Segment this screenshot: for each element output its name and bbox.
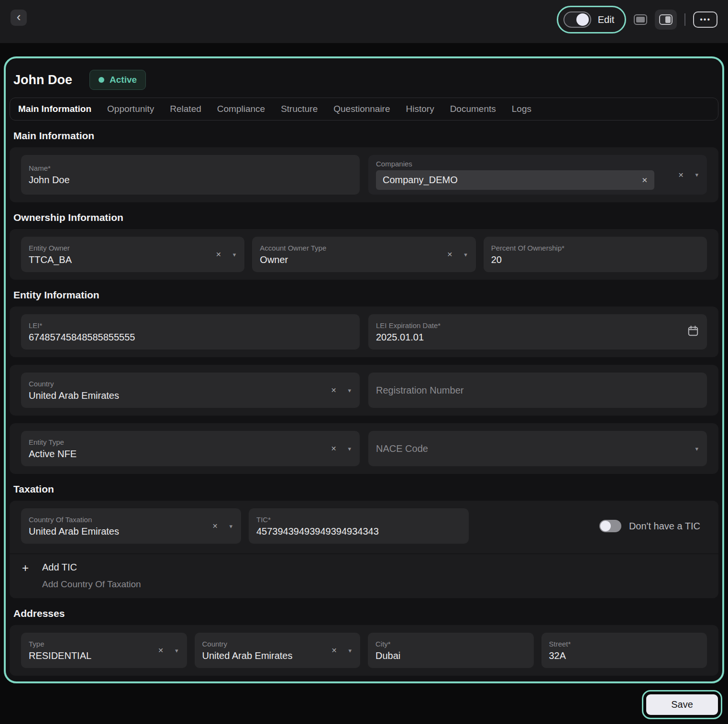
chevron-down-icon[interactable]: ▾ — [695, 445, 698, 452]
addresses-row: Type RESIDENTIAL ✕ ▾ Country United Arab… — [10, 625, 718, 676]
lei-expiration-value: 2025.01.01 — [376, 332, 699, 343]
nace-code-field[interactable]: NACE Code ▾ — [368, 431, 707, 466]
no-tic-toggle[interactable] — [599, 520, 621, 532]
lei-expiration-date-field[interactable]: LEI Expiration Date* 2025.01.01 — [368, 314, 707, 350]
name-field[interactable]: Name* John Doe — [21, 155, 360, 195]
chip-remove-icon[interactable]: ✕ — [641, 176, 648, 185]
edit-toggle-label: Edit — [598, 14, 614, 25]
ellipsis-icon: ••• — [700, 15, 711, 24]
tab-related[interactable]: Related — [170, 104, 201, 114]
entity-type-label: Entity Type — [29, 438, 312, 446]
account-owner-type-label: Account Owner Type — [260, 244, 428, 252]
chevron-down-icon[interactable]: ▾ — [233, 251, 236, 258]
chevron-down-icon[interactable]: ▾ — [348, 445, 351, 452]
entity-row-lei: LEI* 67485745848585855555 LEI Expiration… — [10, 307, 718, 357]
single-view-button[interactable] — [634, 14, 647, 25]
lei-field[interactable]: LEI* 67485745848585855555 — [21, 314, 360, 350]
clear-icon[interactable]: ✕ — [447, 251, 452, 258]
tic-label: TIC* — [256, 516, 461, 524]
address-street-field[interactable]: Street* 32A — [541, 633, 707, 668]
add-country-of-taxation-button[interactable]: Add Country Of Taxation — [42, 579, 141, 590]
address-type-field[interactable]: Type RESIDENTIAL ✕ ▾ — [21, 633, 187, 668]
chevron-down-icon[interactable]: ▾ — [695, 171, 698, 178]
entity-owner-field[interactable]: Entity Owner TTCA_BA ✕ ▾ — [21, 237, 244, 272]
tab-history[interactable]: History — [406, 104, 434, 114]
percent-of-ownership-field[interactable]: Percent Of Ownership* 20 — [484, 237, 707, 272]
record-header: John Doe Active — [10, 64, 718, 98]
entity-row-type: Entity Type Active NFE ✕ ▾ NACE Code ▾ — [10, 423, 718, 474]
clear-icon[interactable]: ✕ — [158, 647, 164, 654]
clear-icon[interactable]: ✕ — [216, 251, 221, 258]
clear-icon[interactable]: ✕ — [331, 647, 337, 654]
entity-owner-label: Entity Owner — [29, 244, 197, 252]
split-view-button[interactable] — [655, 10, 677, 30]
tab-questionnaire[interactable]: Questionnaire — [333, 104, 390, 114]
clear-icon[interactable]: ✕ — [331, 445, 337, 452]
entity-row-country: Country United Arab Emirates ✕ ▾ Registr… — [10, 365, 718, 416]
country-label: Country — [29, 380, 312, 388]
lei-label: LEI* — [29, 321, 352, 329]
section-heading-taxation: Taxation — [13, 483, 715, 495]
country-of-taxation-value: United Arab Emirates — [29, 526, 193, 537]
address-country-field[interactable]: Country United Arab Emirates ✕ ▾ — [195, 633, 361, 668]
tic-value: 45739439493949394934343 — [256, 526, 461, 537]
calendar-icon[interactable] — [687, 325, 699, 339]
tab-documents[interactable]: Documents — [450, 104, 496, 114]
address-city-field[interactable]: City* Dubai — [368, 633, 534, 668]
address-country-label: Country — [202, 640, 313, 648]
clear-icon[interactable]: ✕ — [212, 522, 218, 530]
main-information-row: Name* John Doe Companies Company_DEMO ✕ … — [10, 147, 718, 202]
top-bar: ‹ Edit ••• — [0, 0, 728, 43]
section-heading-addresses: Addresses — [13, 608, 715, 619]
tab-opportunity[interactable]: Opportunity — [107, 104, 154, 114]
record-panel: John Doe Active Main Information Opportu… — [4, 56, 724, 683]
address-street-label: Street* — [549, 640, 700, 648]
split-view-icon — [659, 14, 673, 25]
section-heading-ownership: Ownership Information — [13, 212, 715, 223]
edit-toggle[interactable] — [563, 11, 591, 28]
entity-type-value: Active NFE — [29, 449, 312, 460]
chevron-down-icon[interactable]: ▾ — [348, 647, 352, 654]
clear-icon[interactable]: ✕ — [678, 171, 684, 179]
tab-main-information[interactable]: Main Information — [18, 104, 91, 114]
account-owner-type-field[interactable]: Account Owner Type Owner ✕ ▾ — [252, 237, 475, 272]
add-tic-button[interactable]: Add TIC — [42, 562, 141, 573]
tic-field[interactable]: TIC* 45739439493949394934343 — [249, 508, 469, 544]
registration-number-placeholder: Registration Number — [376, 385, 699, 396]
edit-toggle-group[interactable]: Edit — [557, 6, 626, 33]
section-heading-main-information: Main Information — [13, 130, 715, 142]
entity-type-field[interactable]: Entity Type Active NFE ✕ ▾ — [21, 431, 360, 466]
company-chip[interactable]: Company_DEMO ✕ — [376, 170, 654, 190]
address-type-label: Type — [29, 640, 139, 648]
back-button[interactable]: ‹ — [11, 10, 27, 26]
toolbar-divider — [684, 13, 685, 26]
taxation-row: Country Of Taxation United Arab Emirates… — [10, 501, 718, 598]
chevron-down-icon[interactable]: ▾ — [464, 251, 467, 258]
save-button[interactable]: Save — [646, 694, 718, 715]
entity-owner-value: TTCA_BA — [29, 254, 197, 265]
clear-icon[interactable]: ✕ — [331, 386, 337, 394]
chevron-down-icon[interactable]: ▾ — [229, 523, 232, 530]
nace-code-placeholder: NACE Code — [376, 443, 659, 454]
address-city-value: Dubai — [375, 650, 526, 661]
toggle-knob — [600, 521, 611, 531]
country-of-taxation-field[interactable]: Country Of Taxation United Arab Emirates… — [21, 508, 241, 544]
registration-number-field[interactable]: Registration Number — [368, 373, 707, 408]
companies-field[interactable]: Companies Company_DEMO ✕ ✕ ▾ — [368, 155, 707, 195]
chevron-down-icon[interactable]: ▾ — [175, 647, 178, 654]
chevron-down-icon[interactable]: ▾ — [348, 387, 351, 394]
tab-structure[interactable]: Structure — [281, 104, 318, 114]
more-options-button[interactable]: ••• — [693, 11, 717, 28]
tab-logs[interactable]: Logs — [512, 104, 531, 114]
status-badge: Active — [89, 70, 146, 90]
address-type-value: RESIDENTIAL — [29, 650, 139, 661]
companies-field-label: Companies — [376, 160, 654, 168]
filled-panel-icon — [634, 14, 647, 25]
save-button-highlight: Save — [642, 690, 722, 719]
tab-compliance[interactable]: Compliance — [217, 104, 265, 114]
percent-of-ownership-label: Percent Of Ownership* — [491, 244, 699, 252]
status-dot-icon — [99, 77, 104, 83]
add-tic-block[interactable]: + Add TIC Add Country Of Taxation — [10, 553, 718, 591]
country-field[interactable]: Country United Arab Emirates ✕ ▾ — [21, 373, 360, 408]
account-owner-type-value: Owner — [260, 254, 428, 265]
